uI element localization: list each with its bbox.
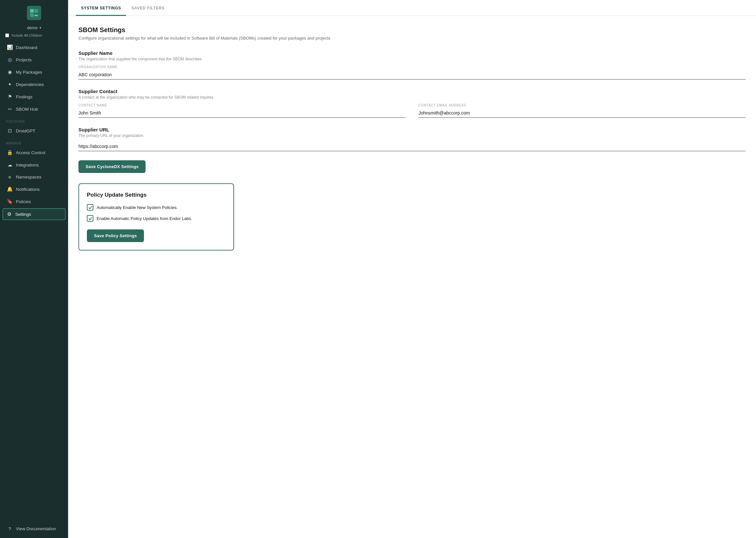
user-menu[interactable]: demo ▾ [0,24,68,32]
content-area: SBOM Settings Configure organizational s… [68,16,756,538]
sidebar-item-label: Settings [15,212,31,217]
bell-icon: 🔔 [7,186,13,192]
sbom-settings-title: SBOM Settings [78,26,746,34]
sidebar-item-notifications[interactable]: 🔔 Notifications [0,183,68,195]
policy-settings-section: Policy Update Settings Automatically Ena… [78,183,234,250]
sidebar-item-view-documentation[interactable]: ? View Documentation [0,523,68,535]
svg-rect-1 [34,9,38,13]
supplier-url-desc: The primary URL of your organization. [78,134,746,138]
findings-icon: ⚑ [7,94,13,100]
cloud-icon: ☁ [7,162,13,168]
policy-settings-title: Policy Update Settings [87,192,226,198]
droidgpt-icon: ⊡ [7,128,13,134]
settings-icon: ⚙ [6,211,12,217]
supplier-name-group: Supplier Name The organization that supp… [78,50,746,80]
policy-check-auto-update-label: Enable Automatic Policy Updates from End… [97,216,192,221]
main-nav: 📊 Dashboard ◎ Projects ◉ My Packages ✦ D… [0,41,68,523]
sidebar-item-label: My Packages [16,70,42,75]
logo-area [0,0,68,24]
sbom-hub-icon: ∾ [7,106,13,112]
sidebar-item-label: DroidGPT [16,129,35,134]
contact-fields-row: CONTACT NAME CONTACT EMAIL ADDRESS [78,103,746,118]
supplier-contact-label: Supplier Contact [78,88,746,94]
sidebar-item-integrations[interactable]: ☁ Integrations [0,159,68,171]
svg-rect-3 [34,15,38,16]
dependencies-icon: ✦ [7,81,13,87]
packages-icon: ◉ [7,69,13,75]
dashboard-icon: 📊 [7,44,13,50]
contact-email-input[interactable] [418,108,746,118]
sidebar-item-label: Findings [16,94,32,99]
tabs-bar: System Settings Saved Filters [68,0,756,16]
sbom-settings-section: SBOM Settings Configure organizational s… [78,26,746,173]
contact-email-sublabel: CONTACT EMAIL ADDRESS [418,103,746,107]
include-all-children-checkbox[interactable] [5,33,9,37]
supplier-name-label: Supplier Name [78,50,746,56]
supplier-url-group: Supplier URL The primary URL of your org… [78,127,746,151]
sidebar-item-findings[interactable]: ⚑ Findings [0,90,68,103]
sidebar-bottom: ? View Documentation [0,523,68,538]
username: demo [27,25,38,30]
sidebar-item-my-packages[interactable]: ◉ My Packages [0,66,68,78]
contact-name-sublabel: CONTACT NAME [78,103,405,107]
sidebar-item-label: Notifications [16,187,40,192]
policy-check-auto-enable: Automatically Enable New System Policies… [87,204,226,211]
supplier-url-label: Supplier URL [78,127,746,133]
policy-check-auto-enable-label: Automatically Enable New System Policies… [97,205,178,210]
include-all-children-label: Include All Children [12,33,42,37]
svg-rect-2 [30,13,34,17]
supplier-url-input[interactable] [78,142,746,151]
sidebar-item-label: Dependencies [16,82,44,87]
policies-icon: 🔖 [7,198,13,204]
discover-section-label: DISCOVER [0,115,68,125]
tab-saved-filters[interactable]: Saved Filters [126,0,169,16]
sidebar-item-label: Policies [16,199,31,204]
sidebar-item-label: SBOM Hub [16,107,38,112]
contact-email-col: CONTACT EMAIL ADDRESS [418,103,746,118]
sidebar-item-dependencies[interactable]: ✦ Dependencies [0,78,68,90]
checkbox-auto-enable[interactable] [87,204,93,211]
sidebar-item-policies[interactable]: 🔖 Policies [0,195,68,208]
org-name-input[interactable] [78,70,746,80]
sidebar-item-settings[interactable]: ⚙ Settings [3,208,66,220]
save-cyclonedx-button[interactable]: Save CycloneDX Settings [78,160,146,173]
sidebar-item-projects[interactable]: ◎ Projects [0,54,68,66]
sidebar-item-label: Dashboard [16,45,37,50]
sidebar-item-label: Namespaces [16,175,41,180]
sidebar-item-label: View Documentation [16,526,56,531]
sidebar: demo ▾ Include All Children 📊 Dashboard … [0,0,68,538]
tab-system-settings[interactable]: System Settings [76,0,126,16]
sidebar-item-label: Projects [16,57,32,62]
sidebar-item-namespaces[interactable]: ≡ Namespaces [0,171,68,183]
chevron-down-icon: ▾ [39,26,41,29]
contact-name-input[interactable] [78,108,405,118]
sidebar-item-droidgpt[interactable]: ⊡ DroidGPT [0,125,68,137]
main-content: System Settings Saved Filters SBOM Setti… [68,0,756,538]
manage-section-label: MANAGE [0,137,68,146]
svg-rect-0 [30,9,34,13]
sidebar-item-label: Integrations [16,163,39,167]
save-policy-settings-button[interactable]: Save Policy Settings [87,230,144,242]
contact-name-col: CONTACT NAME [78,103,405,118]
policy-check-auto-update: Enable Automatic Policy Updates from End… [87,215,226,222]
help-icon: ? [7,526,13,531]
org-name-label: ORGANIZATION NAME [78,65,746,69]
sbom-settings-desc: Configure organizational settings for wh… [78,36,746,40]
include-all-children-row: Include All Children [0,32,68,41]
lock-icon: 🔒 [7,150,13,155]
sidebar-item-dashboard[interactable]: 📊 Dashboard [0,41,68,54]
supplier-contact-group: Supplier Contact A contact at the organi… [78,88,746,118]
supplier-name-desc: The organization that supplied the compo… [78,57,746,61]
sidebar-item-label: Access Control [16,150,45,155]
namespaces-icon: ≡ [7,174,13,180]
projects-icon: ◎ [7,57,13,63]
sidebar-item-access-control[interactable]: 🔒 Access Control [0,146,68,159]
sidebar-item-sbom-hub[interactable]: ∾ SBOM Hub [0,103,68,115]
app-logo [27,6,41,20]
supplier-contact-desc: A contact at the organization who may be… [78,95,746,100]
checkbox-auto-update[interactable] [87,215,93,222]
